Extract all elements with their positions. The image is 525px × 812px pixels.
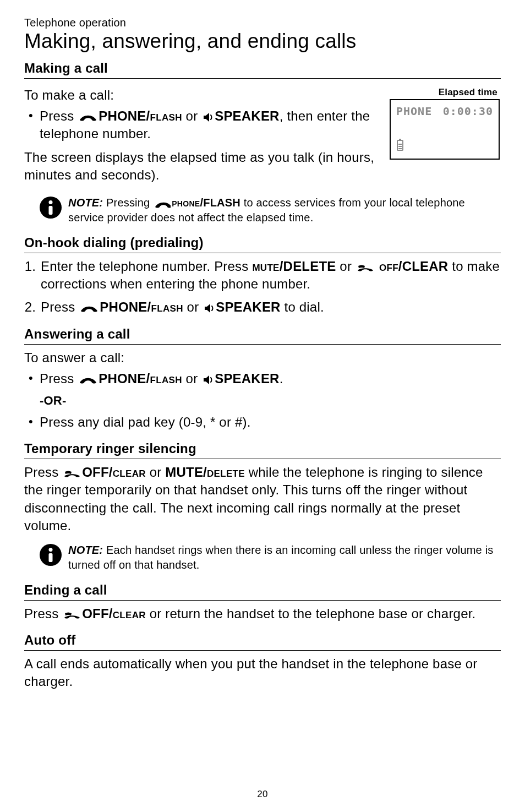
mute-key-label: MUTE/ — [165, 465, 207, 479]
speaker-key-label: SPEAKER — [215, 371, 279, 386]
speaker-icon — [204, 303, 215, 314]
clear-key-label: /CLEAR — [398, 259, 449, 274]
auto-off-paragraph: A call ends automatically when you put t… — [24, 655, 501, 691]
info-icon — [40, 544, 62, 566]
text: Press — [41, 299, 79, 314]
phone-key-label: PHONE — [99, 371, 146, 386]
flash-key-label: /FLASH — [200, 197, 240, 209]
answering-intro: To answer a call: — [24, 349, 501, 367]
elapsed-time-paragraph: The screen displays the elapsed time as … — [24, 149, 380, 184]
heading-making-a-call: Making a call — [24, 61, 501, 79]
note-making-call: NOTE: Pressing phone/FLASH to access ser… — [40, 195, 501, 225]
elapsed-time-label: Elapsed time — [390, 87, 500, 98]
predial-step-2: Press PHONE/flash or SPEAKER to dial. — [40, 298, 501, 316]
page-title: Making, answering, and ending calls — [24, 30, 501, 53]
flash-key-label: /flash — [146, 371, 182, 386]
pickup-icon — [80, 305, 99, 314]
text: Press — [40, 108, 78, 123]
making-call-bullet: Press PHONE/flash or SPEAKER, then enter… — [40, 107, 380, 143]
hangup-icon — [63, 470, 81, 479]
phone-key-label: phone — [172, 197, 200, 209]
text: or — [183, 299, 203, 314]
ending-paragraph: Press OFF/clear or return the handset to… — [24, 605, 501, 623]
clear-key-label: /clear — [109, 606, 146, 621]
note-prefix: NOTE: — [68, 197, 103, 209]
text: Press — [24, 465, 62, 479]
text: or return the handset to the telephone b… — [146, 606, 476, 621]
clear-key-label: /clear — [109, 465, 146, 479]
speaker-key-label: SPEAKER — [215, 108, 279, 123]
text: or — [336, 259, 356, 274]
battery-icon — [396, 138, 404, 153]
flash-key-label: /flash — [147, 299, 183, 314]
answering-bullet-2: Press any dial pad key (0-9, * or #). — [40, 413, 501, 431]
making-call-intro: To make a call: — [24, 86, 380, 104]
text: Pressing — [103, 197, 153, 209]
text: . — [280, 371, 283, 386]
flash-key-label: /flash — [146, 108, 182, 123]
off-key-label: off — [375, 259, 398, 274]
text: or — [146, 465, 165, 479]
off-key-label: OFF — [82, 606, 109, 621]
pickup-icon — [79, 377, 97, 385]
phone-key-label: PHONE — [100, 299, 147, 314]
heading-silencing: Temporary ringer silencing — [24, 441, 501, 459]
delete-key-label: delete — [207, 465, 245, 479]
phone-key-label: PHONE — [99, 108, 146, 123]
off-key-label: OFF — [82, 465, 109, 479]
text: to dial. — [281, 299, 324, 314]
heading-predialing: On-hook dialing (predialing) — [24, 235, 501, 253]
section-label: Telephone operation — [24, 17, 501, 29]
lcd-time-text: 0:00:30 — [443, 105, 493, 118]
text: or — [182, 371, 201, 386]
lcd-screen: PHONE 0:00:30 — [390, 99, 500, 160]
info-icon — [40, 197, 62, 219]
note-silencing: NOTE: Each handset rings when there is a… — [40, 543, 501, 573]
text: Each handset rings when there is an inco… — [68, 544, 494, 571]
speaker-key-label: SPEAKER — [216, 299, 280, 314]
lcd-callout: Elapsed time PHONE 0:00:30 — [390, 87, 500, 160]
hangup-icon — [63, 612, 81, 620]
heading-ending: Ending a call — [24, 582, 501, 601]
text: Press — [24, 606, 62, 621]
delete-key-label: /DELETE — [280, 259, 336, 274]
pickup-icon — [154, 201, 171, 209]
speaker-icon — [203, 374, 214, 385]
predial-step-1: Enter the telephone number. Press mute/D… — [40, 258, 501, 293]
text: or — [182, 108, 201, 123]
text: Press — [40, 371, 78, 386]
hangup-icon — [357, 264, 374, 273]
pickup-icon — [79, 114, 97, 123]
text: Enter the telephone number. Press — [41, 259, 252, 274]
heading-auto-off: Auto off — [24, 633, 501, 651]
silencing-paragraph: Press OFF/clear or MUTE/delete while the… — [24, 464, 501, 535]
lcd-phone-text: PHONE — [396, 105, 432, 118]
page-number: 20 — [0, 789, 525, 800]
answering-bullet-1: Press PHONE/flash or SPEAKER. — [40, 370, 501, 388]
heading-answering: Answering a call — [24, 326, 501, 345]
speaker-icon — [203, 112, 214, 123]
mute-key-label: mute — [252, 259, 279, 274]
note-prefix: NOTE: — [68, 544, 103, 556]
or-separator: -OR- — [40, 394, 501, 408]
